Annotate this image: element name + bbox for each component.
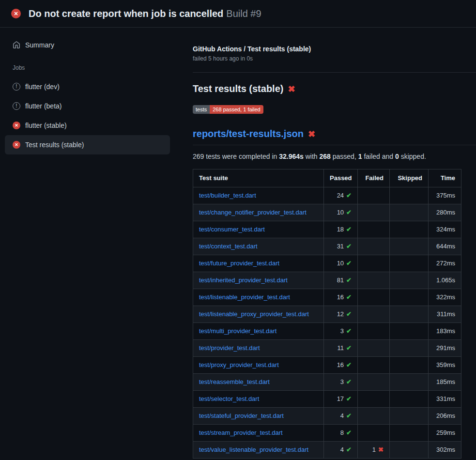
test-suite-link[interactable]: test/listenable_proxy_provider_test.dart [199,310,309,318]
test-suite-link[interactable]: test/reassemble_test.dart [199,378,270,385]
summary-text-segment: skipped. [399,153,426,160]
skipped-cell [390,323,429,340]
failed-status-icon: ✕ [13,122,20,129]
sidebar-item-summary[interactable]: Summary [5,35,170,55]
passed-cell: 18✔ [324,221,358,238]
test-suite-link[interactable]: test/consumer_test.dart [199,226,265,233]
badge-label: tests [193,105,210,114]
summary-total-time: 32.964s [279,153,304,160]
skipped-cell [390,391,429,408]
table-row: test/consumer_test.dart 18✔ 324ms [193,221,461,238]
failed-cell: 1✖ [358,442,390,459]
skipped-cell [390,221,429,238]
test-suite-link[interactable]: test/future_provider_test.dart [199,260,279,267]
section-title: Test results (stable) [193,83,283,94]
passed-cell: 4✔ [324,408,358,425]
summary-failed-count: 1 [358,153,362,160]
time-cell: 280ms [429,204,461,221]
job-label: Test results (stable) [25,141,84,149]
skipped-cell [390,306,429,323]
test-suite-link[interactable]: test/stateful_provider_test.dart [199,412,284,419]
time-cell: 302ms [429,442,461,459]
skipped-cell [390,238,429,255]
check-icon: ✔ [346,395,352,402]
test-suite-link[interactable]: test/listenable_provider_test.dart [199,293,290,301]
run-failed-status-icon: ✕ [11,9,21,18]
test-suite-cell: test/selector_test.dart [193,391,324,408]
failed-cell [358,255,390,272]
table-row: test/listenable_proxy_provider_test.dart… [193,306,461,323]
failed-cell [358,238,390,255]
summary-label: Summary [25,41,54,49]
time-cell: 644ms [429,238,461,255]
col-header-time: Time [429,169,461,187]
table-row: test/inherited_provider_test.dart 81✔ 1.… [193,272,461,289]
test-suite-link[interactable]: test/inherited_provider_test.dart [199,276,288,284]
run-status-line: failed 5 hours ago in 0s [193,55,476,62]
failed-cell [358,306,390,323]
skipped-cell [390,340,429,357]
col-header-skipped: Skipped [390,169,429,187]
summary-passed-count: 268 [320,153,331,160]
report-title-row: reports/test-results.json ✖ [193,128,476,145]
skipped-cell [390,272,429,289]
check-icon: ✔ [346,446,352,453]
test-suite-link[interactable]: test/proxy_provider_test.dart [199,361,279,368]
check-icon: ✔ [346,361,352,368]
test-suite-cell: test/inherited_provider_test.dart [193,272,324,289]
failed-x-icon: ✖ [288,85,295,93]
test-suite-cell: test/proxy_provider_test.dart [193,357,324,374]
time-cell: 359ms [429,357,461,374]
summary-text-segment: 269 tests were completed in [193,153,279,160]
time-cell: 206ms [429,408,461,425]
time-cell: 322ms [429,289,461,306]
passed-cell: 10✔ [324,204,358,221]
failed-cell [358,408,390,425]
check-icon: ✔ [346,276,352,284]
test-suite-link[interactable]: test/provider_test.dart [199,344,260,352]
passed-cell: 11✔ [324,340,358,357]
run-header: ✕ Do not create report when job is cance… [0,0,476,28]
test-suite-cell: test/reassemble_test.dart [193,374,324,391]
sidebar-job-item[interactable]: ! flutter (dev) [5,77,170,96]
check-icon: ✔ [346,429,352,436]
test-results-table: Test suite Passed Failed Skipped Time te… [193,169,461,459]
skipped-cell [390,187,429,204]
test-suite-link[interactable]: test/context_test.dart [199,243,258,250]
sidebar-job-item[interactable]: ✕ flutter (stable) [5,116,170,135]
test-suite-link[interactable]: test/change_notifier_provider_test.dart [199,209,307,216]
test-suite-cell: test/value_listenable_provider_test.dart [193,442,324,459]
test-suite-link[interactable]: test/multi_provider_test.dart [199,327,276,335]
table-row: test/selector_test.dart 17✔ 331ms [193,391,461,408]
test-suite-link[interactable]: test/selector_test.dart [199,395,259,402]
check-icon: ✔ [346,378,352,385]
test-suite-link[interactable]: test/builder_test.dart [199,192,256,199]
skipped-cell [390,255,429,272]
skipped-cell [390,357,429,374]
failed-cell [358,323,390,340]
test-suite-link[interactable]: test/value_listenable_provider_test.dart [199,446,308,453]
run-title-row: Do not create report when job is cancell… [29,8,261,19]
run-title: Do not create report when job is cancell… [29,8,223,19]
table-row: test/provider_test.dart 11✔ 291ms [193,340,461,357]
sidebar-job-item[interactable]: ✕ Test results (stable) [5,135,170,154]
time-cell: 183ms [429,323,461,340]
cancelled-status-icon: ! [13,83,20,91]
passed-cell: 8✔ [324,425,358,442]
sidebar-job-item[interactable]: ! flutter (beta) [5,96,170,116]
breadcrumb[interactable]: GitHub Actions / Test results (stable) [193,45,476,53]
skipped-cell [390,425,429,442]
failed-cell [358,340,390,357]
summary-text-segment: with [304,153,320,160]
col-header-test-suite: Test suite [193,169,324,187]
cross-icon: ✖ [378,446,384,453]
table-row: test/reassemble_test.dart 3✔ 185ms [193,374,461,391]
report-link[interactable]: reports/test-results.json [193,128,304,139]
summary-line: 269 tests were completed in 32.964s with… [193,153,476,160]
check-icon: ✔ [346,293,352,301]
skipped-cell [390,442,429,459]
jobs-list: ! flutter (dev) ! flutter (beta) ✕ flutt… [0,77,182,154]
test-suite-link[interactable]: test/stream_provider_test.dart [199,429,283,436]
build-number: Build #9 [226,8,261,19]
badge-value: 268 passed, 1 failed [210,105,263,114]
